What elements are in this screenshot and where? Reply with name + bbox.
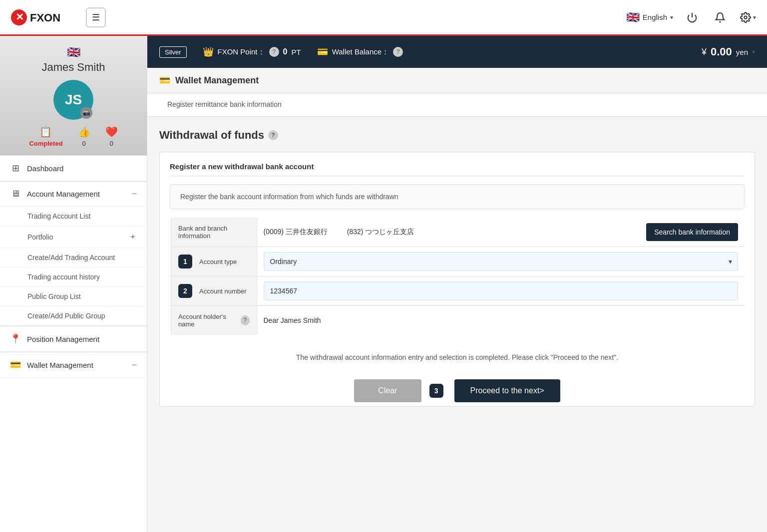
withdrawal-help-icon[interactable]: ?	[268, 130, 278, 140]
create-trading-account-label: Create/Add Trading Account	[27, 254, 115, 262]
balance-display: ¥ 0.00 yen ▾	[702, 45, 755, 58]
account-number-input[interactable]	[264, 281, 739, 300]
dashboard-icon: ⊞	[10, 163, 21, 174]
trading-account-history-label: Trading account history	[27, 273, 100, 281]
account-type-select-wrapper: Ordinary Current Savings ▾	[264, 252, 739, 271]
sidebar-item-create-trading-account[interactable]: Create/Add Trading Account	[0, 248, 147, 267]
sidebar-item-trading-account-list[interactable]: Trading Account List	[0, 207, 147, 226]
step-badge-3: 3	[429, 384, 443, 398]
account-holder-value: Dear James Smith	[264, 316, 321, 324]
sidebar-item-wallet-management[interactable]: 💳 Wallet Management −	[0, 352, 147, 378]
account-type-label: Account type	[199, 258, 237, 266]
withdrawal-title-section: Withdrawal of funds ?	[159, 129, 755, 142]
stat-completed: 📋 Completed	[29, 126, 62, 147]
sidebar-item-public-group-list[interactable]: Public Group List	[0, 287, 147, 306]
power-button[interactable]	[683, 8, 701, 26]
wallet-balance-help-icon[interactable]: ?	[393, 47, 403, 57]
completion-message: The withdrawal account information entry…	[170, 345, 745, 371]
tab-register-bank[interactable]: Register remittance bank information	[159, 93, 290, 116]
avatar-initials: JS	[65, 92, 82, 108]
favorites-icon: ❤️	[105, 126, 118, 138]
main-content: Silver 👑 FXON Point： ? 0 PT 💳 Wallet Bal…	[147, 36, 767, 532]
bank-info-content: (0009) 三井住友銀行 (832) つつじヶ丘支店 Search bank …	[264, 223, 739, 241]
sidebar-item-trading-account-history[interactable]: Trading account history	[0, 267, 147, 287]
sidebar-item-position-management[interactable]: 📍 Position Management	[0, 326, 147, 352]
table-row-account-type: 1 Account type Ordinary Current Savings	[170, 247, 745, 276]
profile-stats: 📋 Completed 👍 0 ❤️ 0	[29, 126, 117, 147]
tab-bar: Register remittance bank information	[147, 93, 767, 117]
account-holder-help-icon[interactable]: ?	[241, 315, 250, 325]
sidebar-item-portfolio[interactable]: Portfolio ＋	[0, 226, 147, 248]
sidebar: 🇬🇧 James Smith JS 📷 📋 Completed 👍 0 ❤️ 0	[0, 36, 147, 532]
completed-icon: 📋	[39, 126, 52, 138]
account-holder-label-cell: Account holder's name ?	[170, 306, 258, 335]
wallet-balance-icon: 💳	[317, 46, 328, 57]
main-layout: 🇬🇧 James Smith JS 📷 📋 Completed 👍 0 ❤️ 0	[0, 36, 767, 532]
balance-chevron-icon[interactable]: ▾	[752, 48, 755, 55]
account-number-value-cell	[258, 276, 745, 306]
form-actions: Clear 3 Proceed to the next>	[170, 371, 745, 406]
profile-flag-icon: 🇬🇧	[67, 46, 80, 59]
form-section-wrapper: Register a new withdrawal bank account R…	[159, 152, 755, 407]
silver-badge: Silver	[159, 46, 187, 58]
account-type-label-wrapper: 1 Account type	[178, 255, 250, 268]
position-management-label: Position Management	[27, 335, 137, 343]
wallet-balance-label: Wallet Balance：	[332, 47, 389, 57]
hamburger-menu-button[interactable]: ☰	[86, 7, 106, 27]
account-holder-label-wrapper: Account holder's name ?	[178, 313, 250, 328]
account-number-label-wrapper: 2 Account number	[178, 284, 250, 298]
crown-icon: 👑	[203, 46, 214, 57]
language-label: English	[643, 13, 667, 21]
fxon-point-section: 👑 FXON Point： ? 0 PT	[203, 46, 301, 57]
power-icon	[687, 12, 698, 23]
language-selector[interactable]: 🇬🇧 English ▾	[626, 11, 673, 24]
clear-button[interactable]: Clear	[354, 379, 421, 402]
sidebar-item-dashboard[interactable]: ⊞ Dashboard	[0, 156, 147, 181]
gear-icon	[740, 12, 751, 23]
sidebar-item-account-management[interactable]: 🖥 Account Management −	[0, 182, 147, 207]
account-management-toggle-icon: −	[131, 189, 137, 199]
avatar: JS 📷	[53, 80, 93, 120]
stat-favorites: ❤️ 0	[105, 126, 118, 147]
avatar-camera-icon[interactable]: 📷	[80, 107, 92, 119]
account-management-label: Account Management	[27, 190, 125, 198]
bank-code-text: (0009) 三井住友銀行 (832) つつじヶ丘支店	[264, 228, 639, 237]
svg-point-5	[744, 16, 747, 19]
bank-form-table: Bank and branch information (0009) 三井住友銀…	[170, 217, 745, 335]
portfolio-label: Portfolio	[27, 233, 53, 241]
sidebar-item-create-public-group[interactable]: Create/Add Public Group	[0, 306, 147, 326]
account-type-select[interactable]: Ordinary Current Savings	[264, 252, 739, 271]
fxon-logo: ✕ FXON	[10, 6, 80, 28]
table-row-account-number: 2 Account number	[170, 276, 745, 306]
svg-text:✕: ✕	[15, 11, 24, 22]
wallet-balance-section: 💳 Wallet Balance： ?	[317, 46, 403, 57]
profile-section: 🇬🇧 James Smith JS 📷 📋 Completed 👍 0 ❤️ 0	[0, 36, 147, 155]
currency-symbol: ¥	[702, 47, 707, 57]
settings-button[interactable]: ▾	[739, 8, 757, 26]
language-chevron-icon: ▾	[670, 14, 673, 21]
position-icon: 📍	[10, 333, 21, 344]
portfolio-add-icon[interactable]: ＋	[129, 232, 137, 242]
trading-account-list-label: Trading Account List	[27, 212, 90, 220]
account-number-label-cell: 2 Account number	[170, 276, 258, 306]
step-badge-1: 1	[178, 255, 192, 268]
step-badge-2: 2	[178, 284, 192, 298]
search-bank-button[interactable]: Search bank information	[646, 223, 738, 241]
proceed-button[interactable]: Proceed to the next>	[454, 379, 560, 402]
fxon-point-unit: PT	[291, 48, 301, 56]
wallet-icon: 💳	[10, 359, 21, 370]
bank-info-value-cell: (0009) 三井住友銀行 (832) つつじヶ丘支店 Search bank …	[258, 218, 745, 247]
account-bar: Silver 👑 FXON Point： ? 0 PT 💳 Wallet Bal…	[147, 36, 767, 68]
likes-value: 0	[82, 140, 85, 147]
top-nav-right: 🇬🇧 English ▾ ▾	[626, 8, 757, 26]
fxon-point-value: 0	[283, 47, 288, 56]
likes-icon: 👍	[78, 126, 90, 138]
completed-label: Completed	[29, 140, 62, 147]
public-group-list-label: Public Group List	[27, 292, 81, 300]
section-title: Wallet Management	[175, 75, 259, 86]
notifications-button[interactable]	[711, 8, 729, 26]
form-section-title: Register a new withdrawal bank account	[170, 162, 745, 176]
fxon-point-help-icon[interactable]: ?	[269, 47, 279, 57]
account-holder-value-cell: Dear James Smith	[258, 306, 745, 335]
account-type-label-cell: 1 Account type	[170, 247, 258, 276]
